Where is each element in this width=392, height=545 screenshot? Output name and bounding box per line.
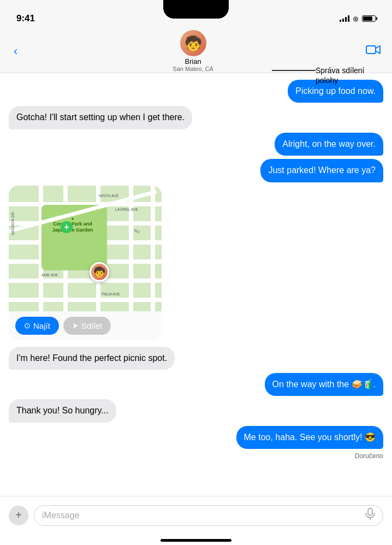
add-icon: + (15, 509, 22, 522)
map-find-button[interactable]: ⊙ Najít (15, 317, 59, 335)
message-row: On the way with the 🥪🧃. (9, 373, 383, 396)
messages-area[interactable]: Picking up food now. Gotcha! I'll start … (0, 73, 392, 507)
notch (163, 0, 229, 19)
road-label-ninth: NINTH AVE (99, 194, 118, 198)
signal-bars-icon (340, 15, 349, 22)
message-bubble: On the way with the 🥪🧃. (265, 373, 383, 396)
message-row: Gotcha! I'll start setting up when I get… (9, 106, 383, 129)
map-buttons: ⊙ Najít ➤ Sdílet (9, 311, 162, 340)
status-icons: ⊛ (340, 15, 376, 23)
annotation-text: Správa sdílení polohy (316, 66, 387, 85)
map-image[interactable]: ●Central Park andJapanese Garden MISSION… (9, 186, 162, 311)
add-attachment-button[interactable]: + (9, 506, 28, 525)
battery-icon (362, 15, 376, 22)
message-input[interactable]: iMessage (34, 505, 383, 526)
road-label-mission: MISSION DR (11, 212, 15, 235)
contact-name[interactable]: Brian (185, 57, 201, 66)
message-bubble: Alright, on the way over. (275, 133, 383, 156)
input-placeholder: iMessage (42, 511, 79, 520)
input-bar: + iMessage (0, 496, 392, 534)
road-label-laurel: LAUREL AVE (115, 208, 138, 211)
share-icon: ➤ (72, 321, 79, 330)
road-label-ame: AME AVE (41, 273, 58, 277)
message-bubble: Just parked! Where are ya? (260, 159, 383, 182)
road-label-palm: PALM AVE (102, 292, 120, 296)
wifi-icon: ⊛ (353, 15, 359, 23)
message-bubble: Thank you! So hungry... (9, 399, 116, 422)
message-row: Just parked! Where are ya? (9, 159, 383, 182)
annotation: Správa sdílení polohy (272, 66, 387, 85)
map-share-button[interactable]: ➤ Sdílet (63, 317, 111, 335)
nav-center: 🧒 Brian San Mateo, CA (173, 30, 213, 72)
svg-rect-1 (368, 508, 372, 516)
phone-screen: 9:41 ⊛ ‹ 🧒 Brian San Mateo, CA Spr (0, 0, 392, 545)
message-bubble: Gotcha! I'll start setting up when I get… (9, 106, 192, 129)
status-time: 9:41 (16, 13, 35, 24)
road-label-ru: RU (134, 228, 140, 233)
map-bubble[interactable]: ●Central Park andJapanese Garden MISSION… (9, 186, 162, 340)
back-button[interactable]: ‹ (11, 42, 20, 61)
message-bubble: Me too, haha. See you shortly! 😎 (236, 426, 383, 449)
message-row: Alright, on the way over. (9, 133, 383, 156)
contact-avatar[interactable]: 🧒 (180, 30, 206, 56)
contact-subtitle: San Mateo, CA (173, 66, 213, 72)
annotation-line (272, 70, 316, 71)
message-row: Me too, haha. See you shortly! 😎 (9, 426, 383, 449)
message-row: Thank you! So hungry... (9, 399, 383, 422)
delivered-label: Doručeno (9, 452, 383, 460)
location-icon: ⊙ (24, 321, 31, 330)
message-row-map: ●Central Park andJapanese Garden MISSION… (9, 186, 383, 343)
mic-icon[interactable] (365, 508, 375, 523)
map-plus-button[interactable]: + (61, 221, 73, 233)
svg-rect-0 (366, 46, 376, 54)
map-avatar-pin: 🧒 (90, 262, 109, 282)
message-row: I'm here! Found the perfect picnic spot. (9, 347, 383, 370)
message-bubble: I'm here! Found the perfect picnic spot. (9, 347, 175, 370)
home-indicator (161, 539, 231, 542)
video-call-button[interactable] (366, 44, 381, 58)
